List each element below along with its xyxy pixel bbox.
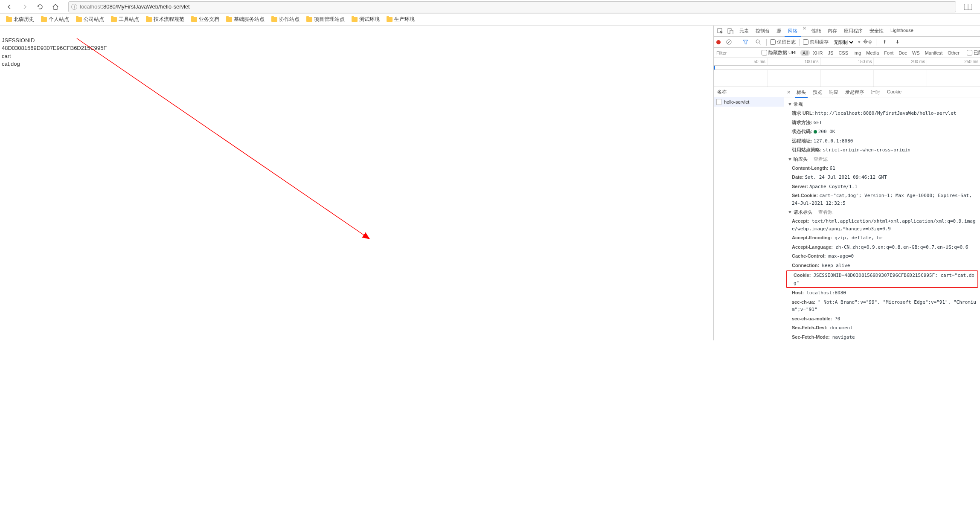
svg-line-2 xyxy=(77,38,369,239)
bookmark-item[interactable]: 生产环境 xyxy=(384,15,417,24)
bookmark-item[interactable]: 个人站点 xyxy=(38,15,72,24)
filter-input[interactable] xyxy=(716,50,759,55)
bookmarks-bar: 北森历史个人站点公司站点工具站点技术流程规范业务文档基础服务站点协作站点项目管理… xyxy=(0,14,980,26)
clear-button[interactable] xyxy=(724,38,733,47)
devtools-tab[interactable]: 性能 xyxy=(808,26,824,36)
home-button[interactable] xyxy=(49,1,61,13)
upload-icon[interactable]: ⬆ xyxy=(880,38,889,47)
filter-type[interactable]: Doc xyxy=(896,50,909,56)
header-row: Sec-Fetch-Mode: navigate xyxy=(784,333,980,341)
header-row: Connection: keep-alive xyxy=(784,261,980,270)
devtools-tabs: 元素控制台源网络✕性能内存应用程序安全性Lighthouse xyxy=(714,26,980,37)
request-item[interactable]: hello-servlet xyxy=(714,97,784,107)
preserve-log-checkbox[interactable]: 保留日志 xyxy=(770,39,796,45)
header-row: Accept-Language: zh-CN,zh;q=0.9,en;q=0.8… xyxy=(784,243,980,252)
folder-icon xyxy=(111,17,117,22)
folder-icon xyxy=(76,17,82,22)
request-detail-pane: ✕ 标头预览响应发起程序计时Cookie ▼常规 请求 URL:http://l… xyxy=(784,87,980,340)
filter-type[interactable]: Media xyxy=(864,50,881,56)
folder-icon xyxy=(352,17,358,22)
devtools-tab[interactable]: 控制台 xyxy=(752,26,773,36)
detail-tab[interactable]: Cookie xyxy=(884,87,905,98)
refresh-button[interactable] xyxy=(34,1,46,13)
filter-icon[interactable] xyxy=(741,38,750,47)
bookmark-item[interactable]: 测试环境 xyxy=(349,15,382,24)
timeline-overview[interactable] xyxy=(714,66,980,70)
devtools-tab[interactable]: 内存 xyxy=(824,26,840,36)
cookie-header-row: Cookie: JSESSIONID=48D03081569D9307E96CF… xyxy=(786,270,978,288)
header-row: Cache-Control: max-age=0 xyxy=(784,252,980,261)
folder-icon xyxy=(271,17,277,22)
filter-type[interactable]: All xyxy=(800,50,810,56)
svg-point-8 xyxy=(756,40,759,43)
svg-line-9 xyxy=(759,43,761,44)
reader-mode-icon[interactable] xyxy=(960,4,977,10)
header-row: Host: localhost:8080 xyxy=(784,288,980,298)
bookmark-item[interactable]: 业务文档 xyxy=(189,15,222,24)
devtools-tab[interactable]: 元素 xyxy=(736,26,752,36)
header-row: Accept: text/html,application/xhtml+xml,… xyxy=(784,217,980,233)
request-headers-section[interactable]: ▼请求标头查看源 xyxy=(784,208,980,217)
folder-icon xyxy=(191,17,197,22)
detail-tab[interactable]: 预览 xyxy=(809,87,826,98)
throttle-select[interactable]: 无限制 xyxy=(832,39,855,45)
detail-tab[interactable]: 计时 xyxy=(867,87,884,98)
download-icon[interactable]: ⬇ xyxy=(893,38,902,47)
wifi-icon[interactable]: ▾ �令 xyxy=(858,39,872,45)
detail-tab[interactable]: 响应 xyxy=(826,87,842,98)
devtools-tab[interactable]: Lighthouse xyxy=(887,26,917,36)
timeline-ruler[interactable]: 50 ms100 ms150 ms200 ms250 ms xyxy=(714,58,980,66)
filter-type[interactable]: WS xyxy=(910,50,922,56)
hide-data-url-checkbox[interactable]: 隐藏数据 URL xyxy=(762,49,798,56)
filter-type[interactable]: Img xyxy=(851,50,863,56)
info-icon[interactable]: i xyxy=(71,4,77,10)
bookmark-item[interactable]: 协作站点 xyxy=(269,15,302,24)
filter-type[interactable]: JS xyxy=(826,50,836,56)
devtools-tab[interactable]: 应用程序 xyxy=(840,26,866,36)
blocked-cookies-checkbox[interactable]: 已阻止 Cookie xyxy=(967,49,980,56)
detail-tab[interactable]: 标头 xyxy=(793,87,809,98)
header-row: Accept-Encoding: gzip, deflate, br xyxy=(784,233,980,243)
bookmark-item[interactable]: 项目管理站点 xyxy=(304,15,347,24)
search-icon[interactable] xyxy=(753,38,763,47)
devtools-tab[interactable]: 安全性 xyxy=(866,26,887,36)
request-list-header[interactable]: 名称 xyxy=(714,87,784,97)
filter-type[interactable]: Manifest xyxy=(923,50,945,56)
device-icon[interactable] xyxy=(726,26,735,36)
header-row: Sec-Fetch-Dest: document xyxy=(784,323,980,333)
bookmark-item[interactable]: 公司站点 xyxy=(73,15,107,24)
headers-content: ▼常规 请求 URL:http://localhost:8080/MyFirst… xyxy=(784,98,980,340)
annotation-arrow xyxy=(0,26,373,256)
address-bar[interactable]: i localhost:8080/MyFirstJavaWeb/hello-se… xyxy=(68,1,956,12)
header-row: sec-ch-ua: " Not;A Brand";v="99", "Micro… xyxy=(784,298,980,314)
disable-cache-checkbox[interactable]: 禁用缓存 xyxy=(803,39,829,45)
close-tab-icon[interactable]: ✕ xyxy=(801,26,808,36)
folder-icon xyxy=(6,17,12,22)
general-section[interactable]: ▼常规 xyxy=(784,100,980,109)
forward-button[interactable] xyxy=(19,1,31,13)
close-detail-button[interactable]: ✕ xyxy=(785,90,792,95)
header-row: sec-ch-ua-mobile: ?0 xyxy=(784,314,980,324)
bookmark-item[interactable]: 工具站点 xyxy=(108,15,142,24)
request-list: 名称 hello-servlet xyxy=(714,87,784,340)
filter-type[interactable]: Other xyxy=(945,50,962,56)
folder-icon xyxy=(41,17,47,22)
filter-type[interactable]: XHR xyxy=(811,50,825,56)
bookmark-item[interactable]: 技术流程规范 xyxy=(143,15,187,24)
devtools-tab[interactable]: 网络 xyxy=(785,26,801,36)
back-button[interactable] xyxy=(3,1,15,13)
devtools-tab[interactable]: 源 xyxy=(773,26,785,36)
bookmark-item[interactable]: 基础服务站点 xyxy=(224,15,267,24)
page-content: JSESSIONID 48D03081569D9307E96CFB6D215C9… xyxy=(0,26,713,340)
folder-icon xyxy=(387,17,393,22)
inspect-icon[interactable] xyxy=(715,26,725,36)
record-button[interactable] xyxy=(716,40,721,44)
url-text: localhost:8080/MyFirstJavaWeb/hello-serv… xyxy=(80,3,190,10)
timeline-filmstrip[interactable] xyxy=(714,70,980,87)
folder-icon xyxy=(226,17,232,22)
response-headers-section[interactable]: ▼响应头查看源 xyxy=(784,155,980,164)
bookmark-item[interactable]: 北森历史 xyxy=(3,15,37,24)
detail-tab[interactable]: 发起程序 xyxy=(842,87,867,98)
filter-type[interactable]: Font xyxy=(882,50,896,56)
filter-type[interactable]: CSS xyxy=(836,50,850,56)
